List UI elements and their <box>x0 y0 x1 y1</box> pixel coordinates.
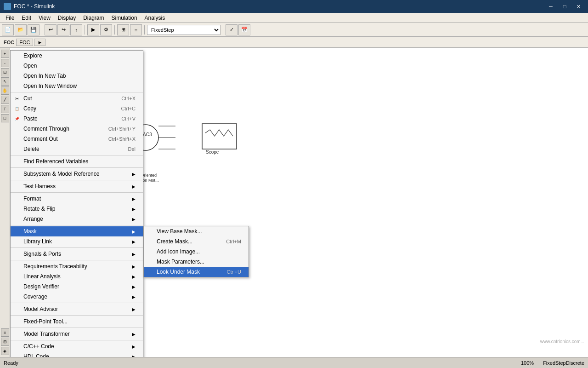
ctx-delete[interactable]: Delete Del <box>11 144 143 154</box>
linear-analysis-arrow-icon: ▶ <box>132 274 136 279</box>
format-arrow-icon: ▶ <box>132 196 136 201</box>
menu-bar: File Edit View Display Diagram Simulatio… <box>0 13 588 23</box>
save-button[interactable]: 💾 <box>28 24 40 35</box>
menu-analysis[interactable]: Analysis <box>141 14 169 22</box>
pan-button[interactable]: ✋ <box>1 86 9 95</box>
separator-c <box>11 167 143 168</box>
close-button[interactable]: ✕ <box>572 2 584 11</box>
subsystem-arrow-icon: ▶ <box>132 172 136 177</box>
menu-diagram[interactable]: Diagram <box>79 14 107 22</box>
menu-view[interactable]: View <box>35 14 54 22</box>
minimize-button[interactable]: ─ <box>545 2 557 11</box>
ctx-open[interactable]: Open <box>11 61 143 71</box>
requirements-arrow-icon: ▶ <box>132 264 136 269</box>
ctx-test-harness[interactable]: Test Harness ▶ <box>11 181 143 191</box>
copy-icon: 📋 <box>13 105 21 112</box>
submenu-look-under-mask[interactable]: Look Under Mask Ctrl+U <box>144 267 249 277</box>
submenu-create-mask[interactable]: Create Mask... Ctrl+M <box>144 236 249 247</box>
ctx-requirements[interactable]: Requirements Traceability ▶ <box>11 261 143 271</box>
ctx-copy[interactable]: 📋 Copy Ctrl+C <box>11 104 143 114</box>
menu-edit[interactable]: Edit <box>18 14 35 22</box>
run-button[interactable]: ▶ <box>87 24 99 35</box>
cpp-arrow-icon: ▶ <box>132 344 136 349</box>
check-button[interactable]: ✓ <box>226 24 237 35</box>
ctx-open-new-window[interactable]: Open In New Window <box>11 81 143 91</box>
grid-button[interactable]: ⊞ <box>117 24 129 35</box>
ctx-model-advisor[interactable]: Model Advisor ▶ <box>11 304 143 314</box>
hdl-arrow-icon: ▶ <box>132 354 136 357</box>
grid2-button[interactable]: ⊞ <box>1 338 9 346</box>
ctx-signals-ports[interactable]: Signals & Ports ▶ <box>11 249 143 259</box>
text-button[interactable]: T <box>1 105 9 113</box>
ctx-paste[interactable]: 📌 Paste Ctrl+V <box>11 114 143 124</box>
redo-button[interactable]: ↪ <box>57 24 69 35</box>
undo-button[interactable]: ↩ <box>45 24 57 35</box>
menu-display[interactable]: Display <box>54 14 79 22</box>
submenu-add-icon-image[interactable]: Add Icon Image... <box>144 247 249 257</box>
ctx-find-vars[interactable]: Find Referenced Variables <box>11 156 143 167</box>
context-menu: Explore Open Open In New Tab Open In New… <box>10 50 143 357</box>
ctx-hdl-code[interactable]: HDL Code ▶ <box>11 351 143 357</box>
ctx-comment-through[interactable]: Comment Through Ctrl+Shift+Y <box>11 124 143 134</box>
cut-icon: ✂ <box>13 95 21 102</box>
ctx-mask[interactable]: Mask ▶ <box>11 226 143 236</box>
ctx-fixed-point[interactable]: Fixed-Point Tool... <box>11 316 143 327</box>
canvas-area: Speed reference Load torque SP Tm A B <box>10 48 588 357</box>
area-button[interactable]: □ <box>1 114 9 122</box>
ctx-arrange[interactable]: Arrange ▶ <box>11 214 143 224</box>
submenu-view-base-mask[interactable]: View Base Mask... <box>144 226 249 236</box>
app-icon <box>4 3 11 10</box>
rotate-arrow-icon: ▶ <box>132 207 136 212</box>
nav2-button[interactable]: ◈ <box>1 347 9 355</box>
zoom-in-button[interactable]: + <box>1 50 9 58</box>
breadcrumb-arrow[interactable]: ► <box>34 39 45 46</box>
ctx-cpp-code[interactable]: C/C++ Code ▶ <box>11 341 143 351</box>
ctx-design-verifier[interactable]: Design Verifier ▶ <box>11 282 143 292</box>
ctx-library-link[interactable]: Library Link ▶ <box>11 236 143 247</box>
ctx-subsystem[interactable]: Subsystem & Model Reference ▶ <box>11 169 143 179</box>
main-area: + - ⊡ ↖ ✋ ╱ T □ ≡ ⊞ ◈ Speed reference Lo… <box>0 48 588 357</box>
settings-button[interactable]: ⚙ <box>100 24 112 35</box>
fit-button[interactable]: ⊡ <box>1 68 9 76</box>
select-button[interactable]: ↖ <box>1 77 9 86</box>
layers-button[interactable]: ≡ <box>1 328 9 337</box>
separator-a <box>11 92 143 92</box>
ctx-cut[interactable]: ✂ Cut Ctrl+X <box>11 93 143 104</box>
ctx-format[interactable]: Format ▶ <box>11 194 143 204</box>
zoom-out-button[interactable]: - <box>1 59 9 67</box>
mask-submenu: View Base Mask... Create Mask... Ctrl+M … <box>143 226 249 277</box>
layout-button[interactable]: ≡ <box>130 24 142 35</box>
menu-simulation[interactable]: Simulation <box>108 14 141 22</box>
new-button[interactable]: 📄 <box>2 24 14 35</box>
ctx-mask-wrapper: Mask ▶ View Base Mask... Create Mask... … <box>11 226 143 236</box>
separator-b <box>11 155 143 155</box>
separator-3 <box>114 25 115 34</box>
nav-button[interactable]: ↑ <box>70 24 82 35</box>
separator-g <box>11 247 143 248</box>
ctx-model-transformer[interactable]: Model Transformer ▶ <box>11 329 143 339</box>
simulation-mode: FixedStepDiscrete <box>543 360 584 366</box>
toolbar: 📄 📂 💾 ↩ ↪ ↑ ▶ ⚙ ⊞ ≡ FixedStep ✓ 📅 <box>0 23 588 37</box>
ctx-rotate-flip[interactable]: Rotate & Flip ▶ <box>11 204 143 214</box>
status-text: Ready <box>4 360 18 366</box>
solver-dropdown[interactable]: FixedStep <box>147 25 220 35</box>
breadcrumb-foc[interactable]: FOC <box>16 39 33 46</box>
ctx-open-new-tab[interactable]: Open In New Tab <box>11 71 143 81</box>
status-bar: Ready 100% FixedStepDiscrete <box>0 357 588 368</box>
watermark: www.cntrionics.com... <box>540 339 584 344</box>
submenu-mask-parameters[interactable]: Mask Parameters... <box>144 257 249 267</box>
menu-file[interactable]: File <box>2 14 18 22</box>
open-button[interactable]: 📂 <box>15 24 27 35</box>
line-button[interactable]: ╱ <box>1 96 9 104</box>
maximize-button[interactable]: □ <box>559 2 571 11</box>
separator-f <box>11 225 143 225</box>
calendar-button[interactable]: 📅 <box>238 24 250 35</box>
left-toolbar: + - ⊡ ↖ ✋ ╱ T □ ≡ ⊞ ◈ <box>0 48 10 357</box>
ctx-explore[interactable]: Explore <box>11 51 143 61</box>
ctx-linear-analysis[interactable]: Linear Analysis ▶ <box>11 271 143 282</box>
ctx-coverage[interactable]: Coverage ▶ <box>11 292 143 302</box>
separator-l <box>11 340 143 340</box>
ctx-comment-out[interactable]: Comment Out Ctrl+Shift+X <box>11 134 143 144</box>
separator-5 <box>223 25 223 34</box>
separator-4 <box>144 25 145 34</box>
